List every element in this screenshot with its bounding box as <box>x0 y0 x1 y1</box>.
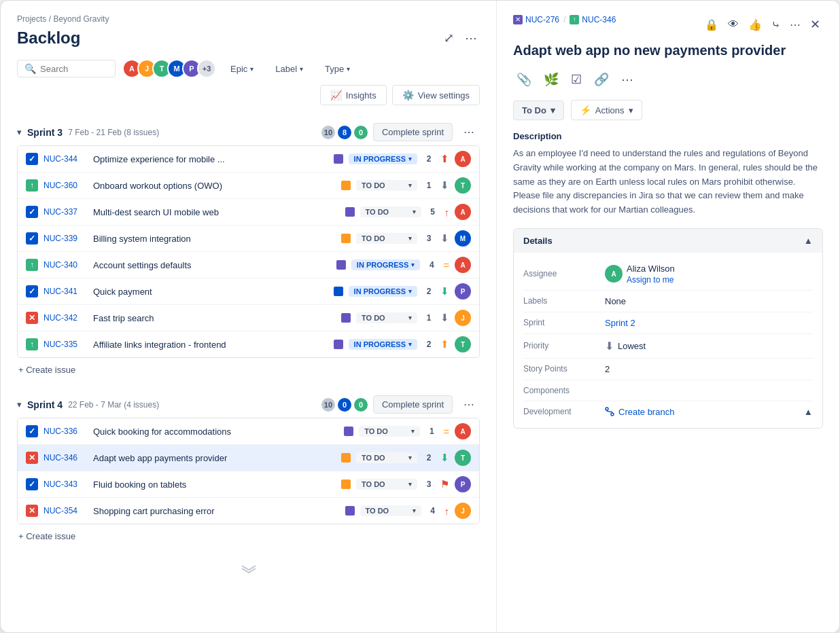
issue-row[interactable]: ✓ NUC-344 Optimize experience for mobile… <box>18 146 479 173</box>
status-select[interactable]: To Do ▾ <box>513 101 564 120</box>
tree-icon[interactable]: 🌿 <box>540 69 562 90</box>
more-options-icon[interactable]: ⋯ <box>462 28 480 48</box>
issue-id[interactable]: NUC-343 <box>43 480 88 489</box>
actions-button[interactable]: ⚡ Actions ▾ <box>571 100 642 120</box>
create-issue-sprint3[interactable]: + Create issue <box>17 358 480 378</box>
watch-icon[interactable]: 👁 <box>725 16 741 33</box>
issue-avatar: A <box>455 151 471 167</box>
story-points: 3 <box>423 234 435 243</box>
complete-sprint-3-button[interactable]: Complete sprint <box>373 123 453 141</box>
story-points: 1 <box>423 181 435 190</box>
priority-flag-icon: ⚑ <box>440 478 449 490</box>
insights-button[interactable]: 📈 Insights <box>320 85 387 105</box>
epic-filter[interactable]: Epic ▾ <box>223 60 261 78</box>
issue-id[interactable]: NUC-337 <box>43 207 88 217</box>
attach-icon[interactable]: 📎 <box>513 69 535 90</box>
sprint-value[interactable]: Sprint 2 <box>605 318 635 328</box>
status-badge[interactable]: IN PROGRESS ▾ <box>349 339 417 350</box>
checklist-icon[interactable]: ☑ <box>567 69 585 90</box>
labels-value: None <box>605 296 626 306</box>
page-title: Backlog <box>17 29 80 48</box>
issue-row[interactable]: ✕ NUC-342 Fast trip search TO DO ▾ 1 ⬇ J <box>18 305 479 331</box>
status-badge[interactable]: IN PROGRESS ▾ <box>351 259 420 270</box>
details-header[interactable]: Details ▲ <box>514 229 822 253</box>
status-badge[interactable]: TO DO ▾ <box>356 452 417 463</box>
thumbs-up-icon[interactable]: 👍 <box>746 16 765 34</box>
breadcrumb-project[interactable]: Beyond Gravity <box>53 14 109 24</box>
development-collapse-icon[interactable]: ▲ <box>804 407 813 417</box>
epic-color-tag <box>344 427 353 436</box>
sprint-3-collapse[interactable]: ▾ <box>17 127 22 137</box>
search-box[interactable]: 🔍 <box>17 60 116 77</box>
type-filter[interactable]: Type ▾ <box>317 60 357 78</box>
breadcrumb-projects[interactable]: Projects <box>17 14 46 24</box>
issue-id[interactable]: NUC-340 <box>43 260 88 270</box>
issue-row[interactable]: ↑ NUC-340 Account settings defaults IN P… <box>18 252 479 278</box>
close-icon[interactable]: ✕ <box>807 14 823 35</box>
sprint-row: Sprint Sprint 2 <box>523 312 813 334</box>
status-badge[interactable]: IN PROGRESS ▾ <box>349 286 417 297</box>
epic-chevron: ▾ <box>250 65 253 73</box>
issue-id[interactable]: NUC-336 <box>43 427 88 436</box>
issue-row[interactable]: ✕ NUC-354 Shopping cart purchasing error… <box>18 498 479 524</box>
issue-row[interactable]: ↑ NUC-335 Affiliate links integration - … <box>18 331 479 357</box>
more-attach-icon[interactable]: ⋯ <box>618 69 637 90</box>
insights-label: Insights <box>346 90 377 101</box>
issue-row[interactable]: ✓ NUC-337 Multi-dest search UI mobile we… <box>18 199 479 225</box>
priority-high-icon: ⬆ <box>440 153 449 165</box>
rp-current-tag[interactable]: ↑ NUC-346 <box>570 15 616 24</box>
issue-row[interactable]: ↑ NUC-360 Onboard workout options (OWO) … <box>18 173 479 199</box>
lock-icon[interactable]: 🔒 <box>702 16 721 34</box>
expand-icon[interactable]: ⤢ <box>441 28 457 48</box>
rp-sep: / <box>563 15 565 24</box>
issue-id[interactable]: NUC-344 <box>43 154 88 164</box>
sprint-4-collapse[interactable]: ▾ <box>17 399 22 410</box>
issue-id[interactable]: NUC-342 <box>43 313 88 323</box>
parent-id: NUC-276 <box>525 15 559 24</box>
issue-row[interactable]: ✓ NUC-336 Quick booking for accommodatio… <box>18 418 479 445</box>
issue-title: Optimize experience for mobile ... <box>93 154 328 164</box>
story-points: 2 <box>423 340 435 349</box>
avatar-count[interactable]: +3 <box>197 59 216 78</box>
label-label: Label <box>275 64 297 74</box>
status-badge[interactable]: TO DO ▾ <box>360 206 421 217</box>
create-branch-link[interactable]: Create branch <box>605 407 674 417</box>
view-settings-button[interactable]: ⚙️ View settings <box>392 85 480 105</box>
sprint-4-badge-blue: 0 <box>338 398 351 412</box>
status-badge[interactable]: IN PROGRESS ▾ <box>349 153 417 164</box>
assign-to-me-link[interactable]: Assign to me <box>627 275 675 285</box>
issue-row[interactable]: ✓ NUC-339 Billing system integration TO … <box>18 225 479 252</box>
more-icon[interactable]: ⋯ <box>787 16 803 34</box>
status-badge[interactable]: TO DO ▾ <box>356 479 417 490</box>
labels-row: Labels None <box>523 291 813 312</box>
complete-sprint-4-button[interactable]: Complete sprint <box>373 395 453 414</box>
search-input[interactable] <box>40 64 108 74</box>
assignee-label: Assignee <box>523 269 605 278</box>
issue-id[interactable]: NUC-346 <box>43 453 88 463</box>
issue-id[interactable]: NUC-341 <box>43 287 88 296</box>
issue-id[interactable]: NUC-339 <box>43 234 88 243</box>
issue-id[interactable]: NUC-360 <box>43 181 88 190</box>
epic-color-tag <box>336 260 346 270</box>
status-badge[interactable]: TO DO ▾ <box>356 312 417 323</box>
status-badge[interactable]: TO DO ▾ <box>356 180 417 191</box>
sprint-4-more-button[interactable]: ⋯ <box>458 395 480 414</box>
issue-row-selected[interactable]: ✕ NUC-346 Adapt web app payments provide… <box>18 445 479 471</box>
share-icon[interactable]: ⤷ <box>769 16 783 34</box>
status-badge[interactable]: TO DO ▾ <box>359 426 420 437</box>
status-badge[interactable]: TO DO ▾ <box>356 233 417 244</box>
page-title-row: Backlog ⤢ ⋯ <box>17 28 480 48</box>
priority-value: ⬇ Lowest <box>605 340 646 352</box>
label-filter[interactable]: Label ▾ <box>268 60 311 78</box>
sprint-3-more-button[interactable]: ⋯ <box>458 123 480 141</box>
issue-id[interactable]: NUC-354 <box>43 506 88 516</box>
create-issue-sprint4[interactable]: + Create issue <box>17 524 480 544</box>
link-icon[interactable]: 🔗 <box>591 69 612 90</box>
issue-row[interactable]: ✓ NUC-341 Quick payment IN PROGRESS ▾ 2 … <box>18 278 479 305</box>
issue-id[interactable]: NUC-335 <box>43 340 88 349</box>
rp-parent-tag[interactable]: ✕ NUC-276 <box>513 15 559 24</box>
issue-row[interactable]: ✓ NUC-343 Fluid booking on tablets TO DO… <box>18 471 479 498</box>
status-badge[interactable]: TO DO ▾ <box>360 505 421 516</box>
details-collapse-icon[interactable]: ▲ <box>804 236 813 246</box>
issue-title: Shopping cart purchasing error <box>93 506 340 516</box>
